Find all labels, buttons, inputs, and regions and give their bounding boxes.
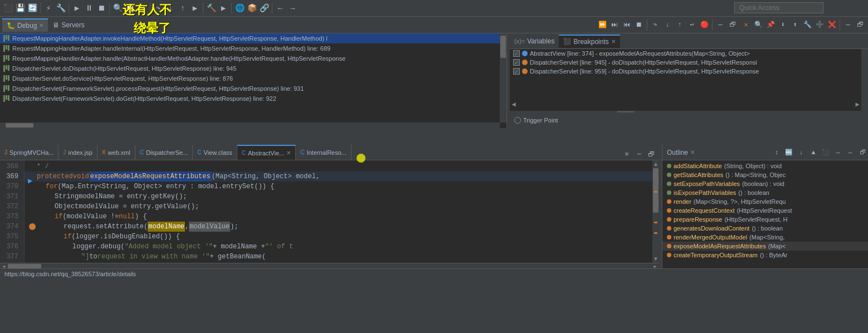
outline-row-4[interactable]: render (Map<String, ?>, HttpServletRequ <box>662 197 868 206</box>
toolbar-icon-10[interactable]: 📋 <box>124 3 135 14</box>
outline-ctrl-3[interactable]: ↓ <box>796 147 807 158</box>
debug-minimize[interactable]: — <box>715 19 726 31</box>
toolbar-icon-1[interactable]: ⬛ <box>2 3 13 14</box>
vars-ctrl-6[interactable]: ➕ <box>814 19 825 31</box>
bp-tab-close[interactable]: ✕ <box>611 38 616 45</box>
bp-checkbox-1[interactable]: ✓ <box>513 59 520 66</box>
tab-abstractview[interactable]: C AbstractVie... ✕ <box>237 145 296 160</box>
toolbar-nav-back[interactable]: ← <box>275 3 286 14</box>
bp-row-2[interactable]: ✓ DispatcherServlet [line: 959] - doDisp… <box>510 67 868 76</box>
vars-scroll-right[interactable]: ▶ <box>854 100 861 108</box>
tab-internal[interactable]: C InternalReso... <box>296 145 352 160</box>
tab-springmvc[interactable]: J SpringMVCHa... <box>0 145 58 160</box>
toolbar-icon-build[interactable]: 🔨 <box>206 3 217 14</box>
toolbar-nav-fwd[interactable]: → <box>287 3 298 14</box>
debug-ctrl-4[interactable]: ⏹ <box>633 19 645 31</box>
stack-row-5[interactable]: DispatcherServlet(FrameworkServlet).proc… <box>0 84 506 94</box>
tab-webxml[interactable]: X web.xml <box>97 145 135 160</box>
outline-ctrl-6[interactable]: ↔ <box>832 147 843 158</box>
stack-v-scrollbar[interactable] <box>500 33 506 123</box>
debug-ctrl-3[interactable]: ⏮ <box>621 19 632 31</box>
tab-index[interactable]: J index.jsp <box>58 145 97 160</box>
vars-minimize[interactable]: — <box>842 19 854 31</box>
vars-ctrl-2[interactable]: 📌 <box>765 19 776 31</box>
scroll-down-arrow[interactable]: ▼ <box>652 255 659 263</box>
outline-minimize[interactable]: — <box>845 147 856 158</box>
outline-row-8[interactable]: renderMergedOutputModel (Map<String, <box>662 233 868 242</box>
debug-ctrl-8[interactable]: ↩ <box>686 19 698 31</box>
bp-checkbox-0[interactable]: ✓ <box>513 50 520 57</box>
outline-tab[interactable]: Outline ✕ <box>662 146 699 159</box>
outline-close[interactable]: ✕ <box>690 149 695 155</box>
toolbar-icon-6[interactable]: ▶ <box>71 3 82 14</box>
debug-ctrl-1[interactable]: ⏩ <box>597 19 608 31</box>
outline-row-9[interactable]: exposeModelAsRequestAttributes (Map< <box>662 242 868 251</box>
toolbar-icon-more2[interactable]: 📦 <box>246 3 257 14</box>
toolbar-icon-8[interactable]: ⏹ <box>96 3 107 14</box>
vars-scroll-left[interactable]: ◀ <box>510 100 518 108</box>
vars-ctrl-4[interactable]: ⬆ <box>789 19 801 31</box>
toolbar-icon-4[interactable]: ⚡ <box>43 3 54 14</box>
variables-tab[interactable]: (x)= Variables <box>510 35 559 47</box>
outline-row-10[interactable]: createTemporaryOutputStream () : ByteAr <box>662 251 868 259</box>
toolbar-icon-3[interactable]: 🔄 <box>27 3 38 14</box>
stack-h-scrollbar[interactable] <box>0 123 500 128</box>
toolbar-icon-more3[interactable]: 🔗 <box>259 3 270 14</box>
bp-row-0[interactable]: ✓ AbstractView [line: 374] - exposeModel… <box>510 49 868 58</box>
h-scroll-left[interactable]: ◀ <box>0 263 8 268</box>
vars-ctrl-7[interactable]: ❌ <box>826 19 837 31</box>
code-lines-container[interactable]: * / ▶ protected void exposeModelAsReques… <box>25 160 652 263</box>
stack-row-4[interactable]: DispatcherServlet.doService(HttpServletR… <box>0 74 506 84</box>
debug-tab-close[interactable]: ✕ <box>39 22 43 28</box>
outline-row-5[interactable]: createRequestContext (HttpServletRequest <box>662 206 868 215</box>
tab-view[interactable]: C View.class <box>193 145 237 160</box>
stack-row-0[interactable]: RequestMappingHandlerAdapter.invokeHandl… <box>0 33 506 43</box>
tab-close-abstractview[interactable]: ✕ <box>286 150 291 156</box>
vars-v-scrollbar[interactable] <box>861 49 868 112</box>
scroll-up-arrow[interactable]: ▲ <box>652 160 659 168</box>
vars-ctrl-x[interactable]: ✕ <box>740 19 752 31</box>
stack-row-2[interactable]: RequestMappingHandlerAdapter.handle(Abst… <box>0 53 506 63</box>
tab-dispatcher[interactable]: C DispatcherSe... <box>135 145 193 160</box>
code-h-scrollbar[interactable]: ◀ ▶ <box>0 263 659 268</box>
toolbar-icon-2[interactable]: 💾 <box>14 3 26 14</box>
code-v-scrollbar[interactable]: ▲ ▼ <box>652 160 659 263</box>
bp-checkbox-2[interactable]: ✓ <box>513 68 520 75</box>
trigger-checkbox[interactable] <box>514 117 521 124</box>
outline-row-3[interactable]: isExposePathVariables () : boolean <box>662 188 868 197</box>
editor-maximize[interactable]: 🗗 <box>646 149 657 160</box>
outline-maximize[interactable]: 🗗 <box>857 147 868 158</box>
debug-ctrl-6[interactable]: ↓ <box>662 19 673 31</box>
vars-maximize[interactable]: 🗗 <box>855 19 866 31</box>
toolbar-icon-5[interactable]: 🔧 <box>55 3 66 14</box>
outline-row-2[interactable]: setExposePathVariables (boolean) : void <box>662 179 868 188</box>
debug-ctrl-9[interactable]: 🔴 <box>699 19 710 31</box>
debug-ctrl-7[interactable]: ↑ <box>674 19 685 31</box>
debug-tab[interactable]: 🐛 Debug ✕ <box>2 18 48 32</box>
servers-tab[interactable]: 🖥 Servers <box>48 19 89 31</box>
toolbar-icon-more1[interactable]: 🌐 <box>234 3 245 14</box>
breakpoints-tab[interactable]: ⬛ Breakpoints ✕ <box>559 35 620 48</box>
editor-minimize[interactable]: — <box>633 149 645 160</box>
stack-row-1[interactable]: RequestMappingHandlerAdapter.handleInter… <box>0 43 506 53</box>
outline-row-1[interactable]: getStaticAttributes () : Map<String, Obj… <box>662 170 868 179</box>
outline-ctrl-2[interactable]: 🔤 <box>783 147 794 158</box>
debug-step-over[interactable]: ↷ <box>153 3 164 14</box>
h-scroll-right[interactable]: ▶ <box>651 263 659 268</box>
debug-resume[interactable]: ▶ <box>189 3 201 14</box>
outline-row-6[interactable]: prepareResponse (HttpServletRequest, H <box>662 215 868 224</box>
vars-ctrl-5[interactable]: 🔧 <box>802 19 813 31</box>
vars-ctrl-1[interactable]: 🔍 <box>753 19 764 31</box>
toolbar-icon-7[interactable]: ⏸ <box>84 3 95 14</box>
toolbar-icon-11[interactable]: ⚙ <box>136 3 148 14</box>
debug-ctrl-2[interactable]: ⏭ <box>609 19 620 31</box>
stack-row-6[interactable]: DispatcherServlet(FrameworkServlet).doGe… <box>0 94 506 104</box>
outline-row-7[interactable]: generatesDownloadContent () : boolean <box>662 224 868 233</box>
toolbar-icon-run[interactable]: ▶ <box>218 3 229 14</box>
outline-ctrl-5[interactable]: ⬛ <box>820 147 831 158</box>
outline-ctrl-4[interactable]: ▲ <box>808 147 819 158</box>
editor-ctrl-1[interactable]: » <box>621 149 632 160</box>
toolbar-icon-9[interactable]: 🔍 <box>112 3 123 14</box>
quick-access-input[interactable] <box>734 2 823 13</box>
debug-step-out[interactable]: ↑ <box>177 3 188 14</box>
